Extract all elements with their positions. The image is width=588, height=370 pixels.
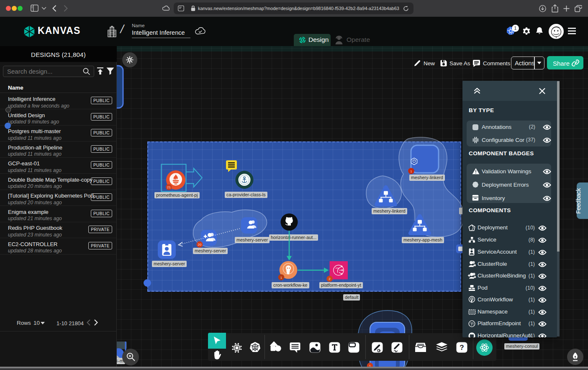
svg-text:2: 2 xyxy=(329,277,331,281)
svg-text:1: 1 xyxy=(280,276,282,280)
svg-text:?: ? xyxy=(460,344,464,352)
svg-text:20: 20 xyxy=(198,243,202,247)
svg-text:1: 1 xyxy=(410,170,412,173)
svg-text:21: 21 xyxy=(167,185,171,189)
